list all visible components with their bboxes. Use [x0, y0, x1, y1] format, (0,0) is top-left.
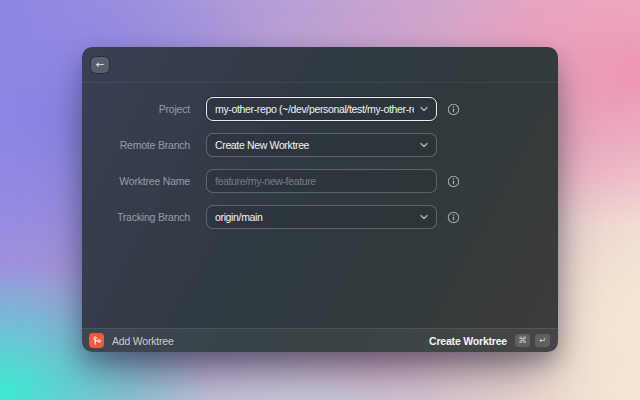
worktree-branch-icon: [89, 333, 104, 348]
info-icon[interactable]: [446, 174, 460, 188]
footer-right: Create Worktree ⌘ ↵: [429, 334, 550, 347]
back-button[interactable]: ←: [91, 57, 109, 73]
info-icon[interactable]: [446, 102, 460, 116]
tracking-branch-select[interactable]: origin/main: [206, 205, 437, 229]
form-row-remote-branch: Remote Branch Create New Worktree: [82, 133, 558, 157]
form-row-worktree-name: Worktree Name: [82, 169, 558, 193]
desktop: { "window": { "header": { "back_button_g…: [0, 0, 640, 400]
chevron-down-icon: [420, 106, 428, 112]
form-row-tracking-branch: Tracking Branch origin/main: [82, 205, 558, 229]
info-icon[interactable]: [446, 210, 460, 224]
footer-left: Add Worktree: [89, 333, 429, 348]
dialog-title: Add Worktree: [112, 335, 174, 347]
remote-branch-select[interactable]: Create New Worktree: [206, 133, 437, 157]
command-key-icon[interactable]: ⌘: [515, 334, 530, 347]
dialog-footer: Add Worktree Create Worktree ⌘ ↵: [82, 328, 558, 352]
dialog-titlebar: ←: [82, 47, 558, 83]
worktree-name-label: Worktree Name: [82, 175, 190, 187]
project-select[interactable]: my-other-repo (~/dev/personal/test/my-ot…: [206, 97, 437, 121]
tracking-branch-label: Tracking Branch: [82, 211, 190, 223]
chevron-down-icon: [420, 142, 428, 148]
project-select-value: my-other-repo (~/dev/personal/test/my-ot…: [215, 103, 414, 115]
remote-branch-label: Remote Branch: [82, 139, 190, 151]
form-row-project: Project my-other-repo (~/dev/personal/te…: [82, 97, 558, 121]
worktree-form: Project my-other-repo (~/dev/personal/te…: [82, 83, 558, 328]
chevron-down-icon: [420, 214, 428, 220]
tracking-branch-select-value: origin/main: [215, 211, 414, 223]
create-worktree-button[interactable]: Create Worktree: [429, 335, 507, 347]
add-worktree-dialog: ← Project my-other-repo (~/dev/personal/…: [82, 47, 558, 352]
remote-branch-select-value: Create New Worktree: [215, 139, 414, 151]
worktree-name-input[interactable]: [206, 169, 437, 193]
return-key-icon[interactable]: ↵: [535, 334, 550, 347]
project-label: Project: [82, 103, 190, 115]
